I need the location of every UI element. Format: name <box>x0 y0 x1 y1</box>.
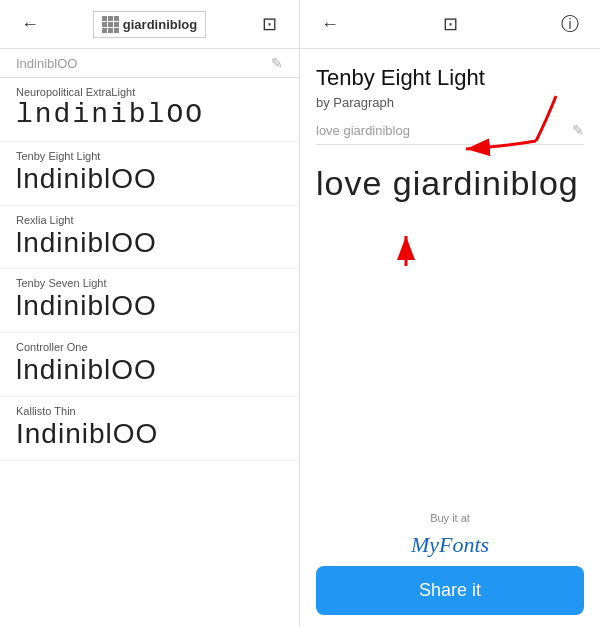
font-list-item[interactable]: Tenby Eight LightlndiniblOO <box>0 142 299 206</box>
font-list-item[interactable]: Tenby Seven LightlndiniblOO <box>0 269 299 333</box>
camera-icon: ⊡ <box>262 13 277 35</box>
left-header: ← giardiniblog ⊡ <box>0 0 299 49</box>
left-camera-button[interactable]: ⊡ <box>255 10 283 38</box>
right-info-button[interactable]: ⓘ <box>556 10 584 38</box>
left-back-button[interactable]: ← <box>16 10 44 38</box>
font-item-label: Tenby Seven Light <box>16 277 283 289</box>
font-item-label: Neuropolitical ExtraLight <box>16 86 283 98</box>
logo-box: giardiniblog <box>93 11 206 38</box>
buy-label: Buy it at <box>430 512 470 524</box>
logo-text: giardiniblog <box>123 17 197 32</box>
font-list-item[interactable]: Neuropolitical ExtraLightlndiniblOO <box>0 78 299 142</box>
font-item-preview: IndiniblOO <box>16 419 283 450</box>
right-panel: ← ⊡ ⓘ Tenby Eight Light by Paragraph ✎ l… <box>300 0 600 627</box>
left-back-icon: ← <box>21 14 39 35</box>
sample-text-input[interactable] <box>316 123 572 138</box>
left-logo-area: giardiniblog <box>44 11 255 38</box>
bottom-area: Buy it at MyFonts Share it <box>300 500 600 627</box>
preview-area: love giardiniblog <box>316 161 584 225</box>
preview-large-text: love giardiniblog <box>316 161 584 205</box>
font-item-preview: lndiniblOO <box>16 291 283 322</box>
right-back-button[interactable]: ← <box>316 10 344 38</box>
share-button[interactable]: Share it <box>316 566 584 615</box>
font-list-item[interactable]: Kallisto ThinIndiniblOO <box>0 397 299 461</box>
font-item-label: Rexlia Light <box>16 214 283 226</box>
font-item-label: Tenby Eight Light <box>16 150 283 162</box>
font-list-item[interactable]: Rexlia LightlndiniblOO <box>0 206 299 270</box>
search-input[interactable] <box>16 56 271 71</box>
logo-grid-icon <box>102 16 119 33</box>
font-item-preview: lndiniblOO <box>16 228 283 259</box>
right-content: Tenby Eight Light by Paragraph ✎ love gi… <box>300 49 600 500</box>
font-item-preview: lndiniblOO <box>16 164 283 195</box>
font-list-item[interactable]: Controller OnelndiniblOO <box>0 333 299 397</box>
right-info-icon: ⓘ <box>561 12 579 36</box>
sample-edit-icon[interactable]: ✎ <box>572 122 584 138</box>
sample-text-row: ✎ <box>316 122 584 145</box>
right-header: ← ⊡ ⓘ <box>300 0 600 49</box>
search-row: ✎ <box>0 49 299 78</box>
right-back-icon: ← <box>321 14 339 35</box>
font-item-label: Kallisto Thin <box>16 405 283 417</box>
font-list: Neuropolitical ExtraLightlndiniblOOTenby… <box>0 78 299 627</box>
font-detail-author: by Paragraph <box>316 95 584 110</box>
right-camera-icon: ⊡ <box>443 13 458 35</box>
right-camera-button[interactable]: ⊡ <box>436 10 464 38</box>
edit-icon[interactable]: ✎ <box>271 55 283 71</box>
font-item-preview: lndiniblOO <box>16 100 283 131</box>
myfonts-logo: MyFonts <box>411 532 489 558</box>
font-detail-title: Tenby Eight Light <box>316 65 584 91</box>
left-panel: ← giardiniblog ⊡ ✎ Neuropolitical ExtraL… <box>0 0 300 627</box>
font-item-preview: lndiniblOO <box>16 355 283 386</box>
font-item-label: Controller One <box>16 341 283 353</box>
